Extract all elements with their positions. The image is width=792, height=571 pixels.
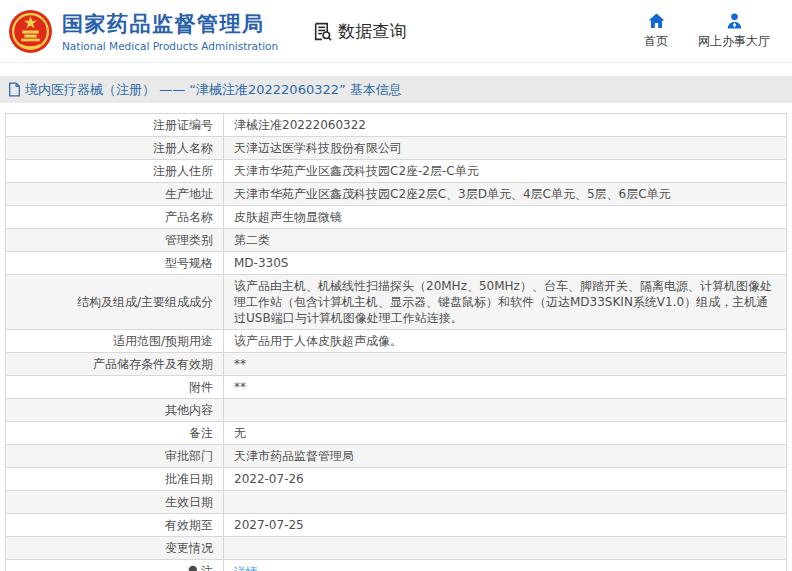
field-label: 型号规格 (6, 252, 224, 275)
field-value: 皮肤超声生物显微镜 (224, 206, 787, 229)
field-value: 该产品用于人体皮肤超声成像。 (224, 330, 787, 353)
field-label-text: 生产地址 (165, 186, 213, 202)
field-value-text: 天津市药品监督管理局 (234, 449, 354, 463)
field-value: 天津市药品监督管理局 (224, 445, 787, 468)
field-label-text: 注册人名称 (153, 140, 213, 156)
field-value: 无 (224, 422, 787, 445)
field-label: 注册证编号 (6, 114, 224, 137)
field-value-text: 2022-07-26 (234, 472, 304, 486)
field-label: 其他内容 (6, 399, 224, 422)
field-label: 产品储存条件及有效期 (6, 353, 224, 376)
nav-home[interactable]: 首页 (644, 13, 668, 50)
details-link[interactable]: 详情 (234, 565, 258, 571)
field-label: 批准日期 (6, 468, 224, 491)
field-value: 2027-07-25 (224, 514, 787, 537)
field-label: 变更情况 (6, 537, 224, 560)
field-label-text: 适用范围/预期用途 (113, 333, 213, 349)
field-label: 审批部门 (6, 445, 224, 468)
field-label-text: 审批部门 (165, 448, 213, 464)
data-query-tab[interactable]: 数据查询 (312, 20, 406, 43)
table-row: 管理类别 第二类 (6, 229, 787, 252)
table-row: 注册人住所 天津市华苑产业区鑫茂科技园C2座-2层-C单元 (6, 160, 787, 183)
field-value: 天津市华苑产业区鑫茂科技园C2座-2层-C单元 (224, 160, 787, 183)
field-value-text: 2027-07-25 (234, 518, 304, 532)
brand-text: 国家药品监督管理局 National Medical Products Admi… (62, 10, 278, 52)
field-label-text: 型号规格 (165, 255, 213, 271)
field-label-text: 其他内容 (165, 402, 213, 418)
note-icon (187, 565, 198, 571)
field-value: 天津迈达医学科技股份有限公司 (224, 137, 787, 160)
field-label-text: 产品储存条件及有效期 (93, 356, 213, 372)
field-value: 天津市华苑产业区鑫茂科技园C2座2层C、3层D单元、4层C单元、5层、6层C单元 (224, 183, 787, 206)
field-label-text: 产品名称 (165, 209, 213, 225)
registration-info-table: 注册证编号 津械注准20222060322 注册人名称 天津迈达医学科技股份有限… (5, 113, 787, 571)
field-label-text: 生效日期 (165, 494, 213, 510)
field-label: 生效日期 (6, 491, 224, 514)
field-label: 注册人名称 (6, 137, 224, 160)
field-label-text: 注册人住所 (153, 163, 213, 179)
field-label: 注 (6, 560, 224, 571)
data-query-label: 数据查询 (338, 20, 406, 43)
table-row: 变更情况 (6, 537, 787, 560)
document-search-icon (312, 21, 333, 42)
field-label: 管理类别 (6, 229, 224, 252)
nav-service-hall[interactable]: 网上办事大厅 (698, 13, 770, 50)
table-row: 附件 ** (6, 376, 787, 399)
field-value: 该产品由主机、机械线性扫描探头（20MHz、50MHz）、台车、脚踏开关、隔离电… (224, 275, 787, 330)
field-label: 适用范围/预期用途 (6, 330, 224, 353)
field-value-text: 皮肤超声生物显微镜 (234, 210, 342, 224)
field-value-text: 天津迈达医学科技股份有限公司 (234, 141, 402, 155)
page-icon (8, 82, 21, 97)
field-label-text: 注册证编号 (153, 117, 213, 133)
field-label: 产品名称 (6, 206, 224, 229)
field-label: 有效期至 (6, 514, 224, 537)
field-value: 第二类 (224, 229, 787, 252)
field-value (224, 491, 787, 514)
table-row: 型号规格 MD-330S (6, 252, 787, 275)
person-icon (726, 13, 743, 29)
nav-service-hall-label: 网上办事大厅 (698, 33, 770, 50)
field-label: 附件 (6, 376, 224, 399)
field-value (224, 537, 787, 560)
home-icon (648, 13, 665, 29)
field-label-text: 备注 (189, 425, 213, 441)
table-row: 有效期至 2027-07-25 (6, 514, 787, 537)
field-value: 津械注准20222060322 (224, 114, 787, 137)
field-label: 备注 (6, 422, 224, 445)
table-row: 生效日期 (6, 491, 787, 514)
field-value-text: 天津市华苑产业区鑫茂科技园C2座2层C、3层D单元、4层C单元、5层、6层C单元 (234, 187, 671, 201)
brand: 国家药品监督管理局 National Medical Products Admi… (8, 9, 278, 54)
nav-home-label: 首页 (644, 33, 668, 50)
site-header: 国家药品监督管理局 National Medical Products Admi… (0, 0, 792, 63)
top-nav: 首页 网上办事大厅 (644, 13, 780, 50)
field-label-text: 注 (201, 563, 213, 571)
org-name-cn: 国家药品监督管理局 (62, 10, 278, 38)
field-value-text: 该产品用于人体皮肤超声成像。 (234, 334, 402, 348)
table-row: 注 详情 (6, 560, 787, 571)
field-label: 生产地址 (6, 183, 224, 206)
field-value: 详情 (224, 560, 787, 571)
field-value: MD-330S (224, 252, 787, 275)
field-label: 注册人住所 (6, 160, 224, 183)
org-name-en: National Medical Products Administration (62, 40, 278, 52)
table-row: 产品储存条件及有效期 ** (6, 353, 787, 376)
table-row: 审批部门 天津市药品监督管理局 (6, 445, 787, 468)
table-row: 注册人名称 天津迈达医学科技股份有限公司 (6, 137, 787, 160)
field-value: 2022-07-26 (224, 468, 787, 491)
field-label-text: 有效期至 (165, 517, 213, 533)
table-row: 备注 无 (6, 422, 787, 445)
table-row: 适用范围/预期用途 该产品用于人体皮肤超声成像。 (6, 330, 787, 353)
breadcrumb: 境内医疗器械（注册） —— “津械注准20222060322” 基本信息 (0, 76, 792, 103)
table-row: 注册证编号 津械注准20222060322 (6, 114, 787, 137)
field-value-text: 该产品由主机、机械线性扫描探头（20MHz、50MHz）、台车、脚踏开关、隔离电… (234, 279, 772, 325)
field-label-text: 结构及组成/主要组成成分 (77, 294, 213, 310)
field-label-text: 管理类别 (165, 232, 213, 248)
field-value-text: 第二类 (234, 233, 270, 247)
field-value (224, 399, 787, 422)
table-row: 批准日期 2022-07-26 (6, 468, 787, 491)
field-label-text: 附件 (189, 379, 213, 395)
field-value-text: 津械注准20222060322 (234, 118, 366, 132)
field-value-text: ** (234, 380, 246, 394)
field-value-text: 无 (234, 426, 246, 440)
field-value: ** (224, 353, 787, 376)
